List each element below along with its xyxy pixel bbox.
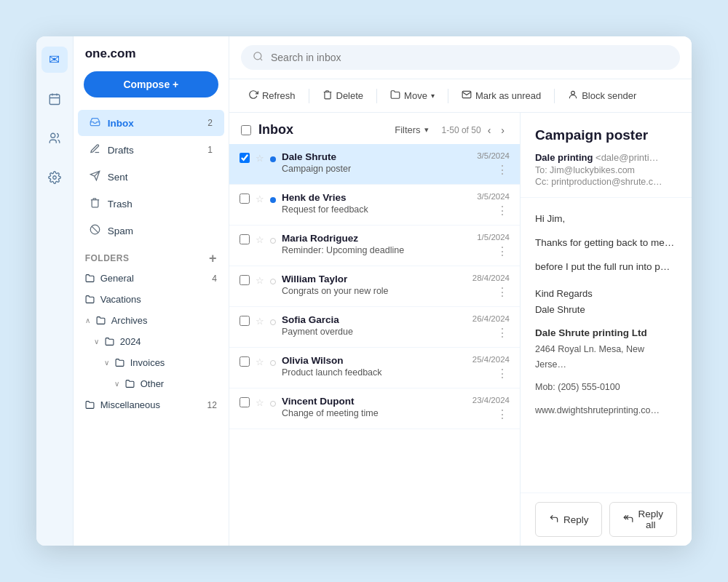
email-item-e1[interactable]: ☆ Dale Shrute Campaign poster 3/5/2024 ⋮ (229, 144, 520, 185)
email-date: 25/4/2024 (472, 355, 510, 364)
folder-vacations[interactable]: Vacations (74, 289, 229, 310)
email-subject: Reminder: Upcoming deadline (282, 245, 460, 255)
left-panel: one.com Compose + Inbox 2 Drafts (74, 36, 229, 546)
select-all-checkbox[interactable] (241, 125, 251, 135)
email-star[interactable]: ☆ (256, 274, 264, 299)
icon-calendar[interactable] (41, 86, 68, 112)
email-more-button[interactable]: ⋮ (495, 244, 510, 258)
nav-inbox-label: Inbox (108, 118, 134, 129)
delete-label: Delete (336, 90, 364, 101)
sidebar-item-drafts[interactable]: Drafts 1 (78, 137, 224, 163)
email-star[interactable]: ☆ (256, 314, 264, 340)
email-more-button[interactable]: ⋮ (495, 285, 510, 299)
email-checkbox[interactable] (240, 192, 250, 218)
folder-invoices[interactable]: ∨ Invoices (74, 352, 229, 373)
sidebar-item-sent[interactable]: Sent (78, 164, 224, 190)
email-star[interactable]: ☆ (256, 192, 264, 218)
mark-unread-button[interactable]: Mark as unread (454, 85, 548, 106)
svg-line-9 (92, 226, 98, 233)
email-sender: Dale Shrute (282, 151, 460, 162)
pagination-next[interactable]: › (497, 123, 508, 137)
reading-pane: Campaign poster Dale printing <dale@prin… (521, 113, 692, 546)
delete-button[interactable]: Delete (315, 85, 371, 106)
search-input[interactable] (271, 52, 668, 63)
folder-archives[interactable]: ∧ Archives (74, 310, 229, 331)
reading-from-name: Dale printing (535, 152, 593, 163)
mark-unread-icon (462, 89, 472, 102)
email-star[interactable]: ☆ (256, 355, 264, 380)
email-dot (270, 151, 276, 177)
email-star[interactable]: ☆ (256, 233, 264, 258)
pagination-text: 1-50 of 50 (442, 125, 481, 135)
mark-unread-label: Mark as unread (475, 90, 541, 101)
reply-all-icon (623, 514, 633, 526)
reading-from-email: <dale@printi… (596, 152, 659, 163)
email-star[interactable]: ☆ (256, 396, 264, 421)
block-sender-label: Block sender (582, 90, 636, 101)
filters-button[interactable]: Filters ▾ (389, 121, 434, 138)
reading-header: Campaign poster Dale printing <dale@prin… (521, 113, 692, 198)
move-chevron-icon: ▾ (431, 92, 435, 100)
reply-all-button[interactable]: Reply all (609, 502, 677, 537)
email-item-e7[interactable]: ☆ Vincent Dupont Change of meeting time … (229, 388, 520, 429)
pagination-prev[interactable]: ‹ (484, 123, 495, 137)
block-sender-button[interactable]: Block sender (561, 85, 644, 106)
folder-misc-badge: 12 (207, 400, 217, 410)
email-subject: Product launch feedback (282, 367, 460, 378)
email-checkbox[interactable] (240, 233, 250, 258)
trash-icon (90, 197, 100, 210)
folders-header: Folders + (74, 244, 229, 268)
email-subject: Campaign poster (282, 164, 460, 174)
email-date: 26/4/2024 (472, 314, 510, 323)
svg-point-4 (51, 133, 55, 137)
refresh-icon (248, 89, 258, 102)
move-button[interactable]: Move ▾ (383, 85, 442, 106)
compose-button[interactable]: Compose + (84, 71, 218, 97)
folder-miscellaneous[interactable]: Miscellaneous 12 (74, 394, 229, 415)
reply-button[interactable]: Reply (535, 502, 603, 537)
search-icon (253, 51, 264, 64)
icon-settings[interactable] (41, 164, 68, 191)
folder-other[interactable]: ∨ Other (74, 373, 229, 394)
sidebar-item-trash[interactable]: Trash (78, 191, 224, 217)
email-more-button[interactable]: ⋮ (495, 407, 510, 421)
drafts-icon (90, 143, 100, 156)
move-icon (390, 89, 400, 102)
email-meta: 3/5/2024 ⋮ (466, 151, 510, 177)
email-checkbox[interactable] (240, 355, 250, 380)
email-body: Maria Rodriguez Reminder: Upcoming deadl… (282, 233, 460, 258)
email-subject: Request for feedback (282, 204, 460, 215)
email-checkbox[interactable] (240, 274, 250, 299)
folder-general[interactable]: General 4 (74, 268, 229, 289)
email-checkbox[interactable] (240, 151, 250, 177)
icon-mail[interactable]: ✉ (41, 47, 68, 73)
folder-miscellaneous-label: Miscellaneous (100, 399, 160, 410)
folder-2024[interactable]: ∨ 2024 (74, 331, 229, 352)
email-star[interactable]: ☆ (256, 151, 264, 177)
email-dot (270, 314, 276, 340)
email-item-e6[interactable]: ☆ Olivia Wilson Product launch feedback … (229, 348, 520, 388)
email-checkbox[interactable] (240, 396, 250, 421)
email-item-e3[interactable]: ☆ Maria Rodriguez Reminder: Upcoming dea… (229, 226, 520, 266)
email-more-button[interactable]: ⋮ (495, 163, 510, 177)
email-item-e5[interactable]: ☆ Sofia Garcia Payment overdue 26/4/2024… (229, 307, 520, 348)
search-bar[interactable] (241, 45, 680, 70)
email-checkbox[interactable] (240, 314, 250, 340)
email-item-e4[interactable]: ☆ William Taylor Congrats on your new ro… (229, 266, 520, 307)
move-label: Move (404, 90, 427, 101)
svg-point-10 (254, 52, 261, 60)
email-body: Sofia Garcia Payment overdue (282, 314, 460, 340)
sidebar-item-spam[interactable]: Spam (78, 218, 224, 244)
sidebar-item-inbox[interactable]: Inbox 2 (78, 110, 224, 136)
email-more-button[interactable]: ⋮ (495, 367, 510, 380)
email-more-button[interactable]: ⋮ (495, 204, 510, 218)
filters-chevron-icon: ▾ (424, 125, 429, 135)
email-item-e2[interactable]: ☆ Henk de Vries Request for feedback 3/5… (229, 185, 520, 226)
icon-contacts[interactable] (41, 125, 68, 151)
email-subject: Congrats on your new role (282, 286, 460, 296)
refresh-button[interactable]: Refresh (241, 85, 303, 106)
add-folder-button[interactable]: + (209, 252, 217, 265)
email-dot (270, 233, 276, 258)
email-more-button[interactable]: ⋮ (495, 326, 510, 340)
folder-archives-label: Archives (111, 315, 148, 326)
